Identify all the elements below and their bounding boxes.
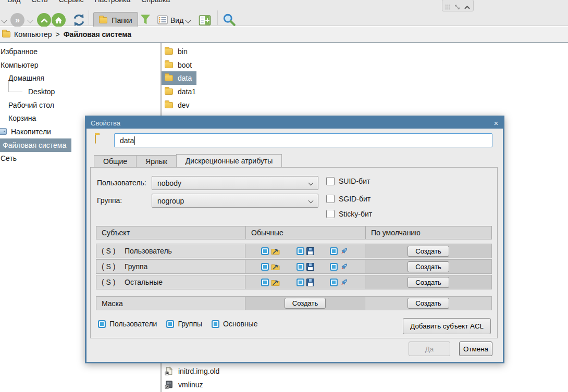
- tree-item[interactable]: Домашняя: [0, 71, 50, 85]
- dialog-titlebar[interactable]: Свойства ×: [87, 117, 503, 129]
- execute-permission-checkbox[interactable]: [330, 263, 338, 271]
- acl-subject-label: Пользователь: [125, 247, 172, 255]
- tab[interactable]: Дискреционные атрибуты: [176, 154, 282, 168]
- filter-checkbox[interactable]: [212, 320, 219, 328]
- menu-item[interactable]: Настройка: [94, 0, 130, 4]
- text-caret: [134, 136, 135, 145]
- breadcrumb-current[interactable]: Файловая система: [64, 30, 131, 39]
- ok-button[interactable]: Да: [409, 342, 450, 356]
- folder-icon: [99, 17, 107, 23]
- suid-checkbox[interactable]: [326, 177, 335, 185]
- tab[interactable]: Ярлык: [136, 155, 176, 168]
- group-select[interactable]: nogroup: [152, 194, 318, 208]
- folders-button-label: Папки: [112, 16, 132, 24]
- home-button[interactable]: [52, 13, 66, 27]
- view-dropdown-chevron-icon[interactable]: [185, 17, 191, 23]
- forward-dropdown-chevron-icon[interactable]: [27, 17, 33, 23]
- filter-checkbox[interactable]: [98, 320, 106, 328]
- file-row[interactable]: bin: [162, 45, 192, 58]
- menu-item[interactable]: Вид: [7, 0, 20, 4]
- read-permission-checkbox[interactable]: [261, 247, 269, 255]
- resize-diagonal-icon[interactable]: [454, 4, 460, 10]
- tree-item[interactable]: Рабочий стол: [0, 98, 59, 112]
- split-view-button[interactable]: [199, 14, 211, 27]
- tab[interactable]: Общие: [94, 155, 136, 168]
- write-permission-checkbox[interactable]: [297, 247, 304, 255]
- acl-default-cell: Создать: [365, 259, 492, 274]
- create-mask-button[interactable]: Создать: [285, 298, 326, 309]
- back-dropdown-chevron-icon[interactable]: [1, 17, 7, 23]
- acl-table: ( S ) Пользователь: [96, 244, 492, 290]
- view-mode-button[interactable]: [157, 15, 168, 24]
- view-button-label[interactable]: Вид: [170, 16, 183, 24]
- execute-permission-checkbox[interactable]: [330, 247, 338, 255]
- create-default-acl-button[interactable]: Создать: [408, 246, 449, 257]
- close-icon[interactable]: ×: [489, 119, 503, 128]
- tree-item[interactable]: Сеть: [0, 152, 22, 166]
- create-default-mask-button[interactable]: Создать: [408, 298, 449, 309]
- write-permission-icon: [306, 263, 314, 271]
- file-row[interactable]: boot: [162, 58, 196, 72]
- file-manager-window: Вид Сеть Сервис Настройка Справка »: [0, 0, 568, 392]
- file-row[interactable]: vmlinuz: [162, 378, 207, 391]
- file-row[interactable]: initrd.img.old: [162, 364, 224, 378]
- menu-item[interactable]: Сеть: [31, 0, 47, 4]
- breadcrumb-root[interactable]: Компьютер: [14, 30, 52, 39]
- tree-item[interactable]: Корзина: [0, 111, 41, 125]
- name-input[interactable]: data: [114, 133, 492, 147]
- chevron-down-icon: [308, 198, 314, 204]
- acl-mask-row: Маска Создать Создать: [96, 296, 492, 310]
- create-default-acl-button[interactable]: Создать: [408, 261, 449, 272]
- toolbar-separator: [89, 10, 89, 25]
- filter-label: Основные: [223, 320, 257, 328]
- sticky-checkbox[interactable]: [326, 210, 335, 218]
- user-select[interactable]: nobody: [152, 176, 318, 190]
- mask-normal-cell: Создать: [245, 296, 365, 310]
- filter-button[interactable]: [139, 13, 152, 27]
- tree-item[interactable]: Файловая система: [0, 138, 71, 152]
- write-permission-checkbox[interactable]: [297, 279, 304, 286]
- folders-toggle-button[interactable]: Папки: [93, 12, 138, 28]
- acl-row: ( S ) Группа: [96, 259, 492, 274]
- group-select-value: nogroup: [157, 197, 184, 205]
- forward-button[interactable]: »: [10, 13, 24, 27]
- folder-icon: [165, 75, 173, 81]
- acl-row: ( S ) Остальные: [96, 275, 492, 289]
- write-permission: [297, 279, 314, 286]
- cancel-button[interactable]: Отмена: [459, 342, 492, 356]
- menu-bar: Вид Сеть Сервис Настройка Справка: [0, 0, 568, 4]
- tree-item-label: Корзина: [8, 114, 36, 122]
- name-input-value: data: [120, 136, 134, 145]
- folder-icon: [95, 134, 96, 144]
- file-row[interactable]: dev: [162, 98, 194, 112]
- filter-label: Пользователи: [109, 320, 157, 328]
- file-row[interactable]: data: [162, 71, 196, 85]
- add-acl-subject-button[interactable]: Добавить субъект ACL: [403, 318, 491, 334]
- folder-icon: [2, 31, 10, 37]
- create-default-acl-button[interactable]: Создать: [408, 277, 449, 288]
- sgid-checkbox[interactable]: [326, 195, 335, 203]
- file-row[interactable]: data1: [162, 85, 201, 98]
- grid-icon[interactable]: [445, 4, 451, 10]
- tree-item[interactable]: Накопители: [0, 125, 56, 138]
- tree-item-label: Сеть: [1, 154, 17, 162]
- tree-item[interactable]: Компьютер: [0, 58, 43, 72]
- tree-item[interactable]: Desktop: [0, 85, 60, 98]
- menu-item[interactable]: Справка: [141, 0, 170, 4]
- dialog-tabs: Общие Ярлык Дискреционные атрибуты: [94, 154, 282, 168]
- search-button[interactable]: [223, 13, 236, 27]
- tree-item[interactable]: Избранное: [0, 45, 43, 58]
- read-permission-checkbox[interactable]: [261, 279, 269, 286]
- up-button[interactable]: [37, 13, 51, 27]
- acl-subject-cell: ( S ) Остальные: [96, 275, 245, 289]
- execute-permission: [330, 278, 349, 286]
- toolbar: » Папки: [0, 4, 568, 26]
- filter-checkbox[interactable]: [166, 320, 174, 328]
- sticky-bit-row: Sticky-бит: [326, 210, 372, 218]
- execute-permission-checkbox[interactable]: [330, 279, 338, 286]
- write-permission-checkbox[interactable]: [297, 263, 304, 271]
- refresh-button[interactable]: [72, 13, 86, 27]
- menu-item[interactable]: Сервис: [58, 0, 83, 4]
- read-permission-checkbox[interactable]: [261, 263, 269, 271]
- collapse-chevron-icon[interactable]: [464, 5, 471, 10]
